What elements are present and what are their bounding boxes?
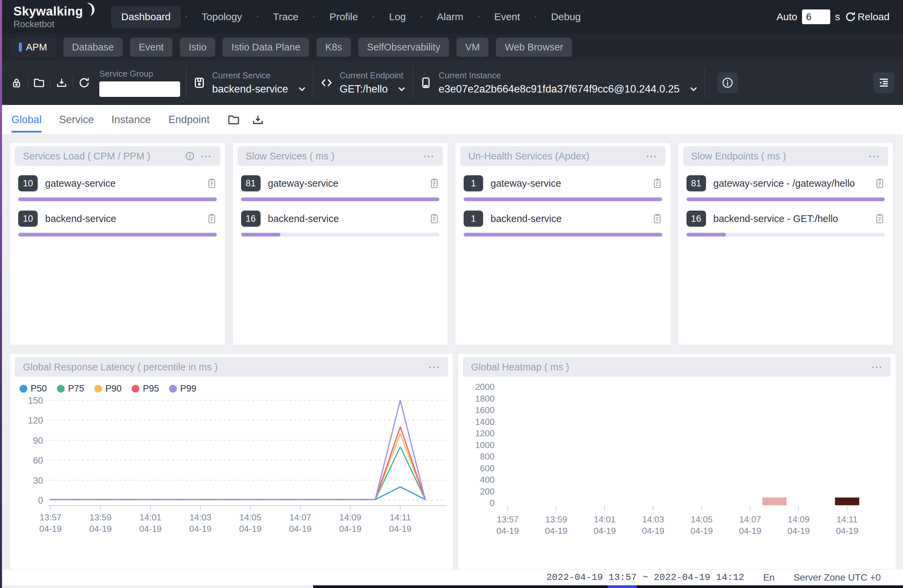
language-switch[interactable]: En: [763, 572, 775, 583]
svg-text:04-19: 04-19: [739, 526, 761, 536]
current-endpoint-value: GET:/hello: [340, 83, 407, 95]
legend-item-p90[interactable]: P90: [94, 384, 121, 394]
toolbar-divider: [705, 67, 705, 99]
legend-item-p50[interactable]: P50: [19, 384, 47, 394]
svg-text:0: 0: [490, 498, 495, 508]
svg-text:1400: 1400: [475, 417, 495, 427]
svg-text:60: 60: [33, 455, 43, 466]
dashboard-group-tabs: APM Database Event Istio Istio Data Plan…: [0, 34, 903, 61]
tab-event[interactable]: Event: [130, 38, 172, 57]
card-header: Slow Services ( ms ) ⋯: [238, 146, 443, 166]
more-options-icon[interactable]: ⋯: [200, 153, 212, 160]
nav-item-dashboard[interactable]: Dashboard: [111, 6, 181, 28]
current-endpoint-select[interactable]: Current Endpoint GET:/hello: [319, 71, 407, 95]
info-button[interactable]: [717, 72, 738, 93]
copy-clipboard-icon[interactable]: [207, 177, 217, 189]
reload-button[interactable]: Reload: [845, 11, 890, 22]
nav-item-debug[interactable]: Debug: [541, 6, 591, 28]
view-tab-endpoint[interactable]: Endpoint: [168, 105, 209, 134]
time-range-picker[interactable]: 2022-04-19 13:57 ~ 2022-04-19 14:12: [546, 572, 744, 583]
copy-clipboard-icon[interactable]: [429, 177, 439, 189]
lock-button[interactable]: [9, 77, 24, 89]
copy-clipboard-icon[interactable]: [207, 213, 217, 224]
info-icon: [722, 77, 734, 89]
svg-text:04-19: 04-19: [89, 524, 112, 534]
chart-cards-row: Global Response Latency ( percentile in …: [10, 354, 895, 569]
chevron-down-icon[interactable]: [297, 84, 307, 94]
server-zone-label[interactable]: Server Zone UTC +0: [794, 572, 881, 583]
current-service-select[interactable]: Current Service backend-service: [193, 71, 307, 95]
svg-text:0: 0: [38, 495, 43, 506]
card-title: Slow Endpoints ( ms ): [691, 151, 786, 162]
more-options-icon[interactable]: ⋯: [646, 153, 658, 160]
copy-clipboard-icon[interactable]: [875, 177, 885, 189]
svg-text:04-19: 04-19: [39, 524, 62, 534]
logo-text: Skywalking: [13, 5, 83, 19]
tab-database[interactable]: Database: [63, 38, 123, 57]
tab-selfobservability[interactable]: SelfObservability: [358, 38, 449, 57]
nav-separator-dot: [535, 16, 536, 17]
svg-text:600: 600: [480, 463, 495, 473]
chevron-down-icon[interactable]: [396, 84, 407, 94]
tab-web-browser[interactable]: Web Browser: [496, 38, 572, 57]
metric-value-badge: 16: [686, 210, 706, 227]
svg-text:14:07: 14:07: [289, 512, 311, 522]
metric-value-badge: 10: [18, 175, 38, 191]
nav-item-log[interactable]: Log: [379, 6, 416, 28]
copy-clipboard-icon[interactable]: [652, 177, 662, 189]
metric-bar: [686, 233, 885, 237]
svg-text:14:01: 14:01: [593, 514, 615, 524]
info-icon[interactable]: [185, 151, 195, 161]
seconds-label: s: [835, 11, 840, 22]
current-instance-value: e3e07e2a2b664e8c91fda37f674f9cc6@10.244.…: [439, 83, 698, 95]
view-tab-service[interactable]: Service: [59, 105, 94, 134]
more-options-icon[interactable]: ⋯: [871, 364, 883, 370]
chevron-down-icon[interactable]: [689, 84, 698, 94]
more-options-icon[interactable]: ⋯: [868, 153, 880, 160]
metric-value-badge: 1: [464, 175, 483, 191]
metric-name: backend-service - GET:/hello: [713, 213, 838, 224]
more-options-icon[interactable]: ⋯: [428, 364, 440, 370]
tab-istio-data-plane[interactable]: Istio Data Plane: [223, 38, 309, 57]
tab-vm[interactable]: VM: [456, 38, 489, 57]
metric-row: 16 backend-service - GET:/hello: [686, 210, 885, 227]
metric-name: backend-service: [45, 213, 116, 224]
metric-row: 81 gateway-service - /gateway/hello: [686, 175, 885, 191]
tab-istio[interactable]: Istio: [180, 38, 215, 57]
nav-item-alarm[interactable]: Alarm: [427, 6, 474, 28]
export-button[interactable]: [252, 113, 264, 126]
svg-text:14:05: 14:05: [691, 514, 713, 524]
auto-interval-input[interactable]: [802, 9, 830, 24]
view-tab-global[interactable]: Global: [11, 105, 42, 134]
template-panel-button[interactable]: [873, 72, 894, 93]
refresh-button[interactable]: [76, 77, 92, 89]
card-title: Un-Health Services (Apdex): [468, 151, 589, 162]
current-instance-select[interactable]: Current Instance e3e07e2a2b664e8c91fda37…: [419, 71, 698, 95]
service-group-input[interactable]: [99, 82, 180, 97]
folder-button[interactable]: [227, 113, 240, 126]
copy-clipboard-icon[interactable]: [652, 213, 662, 224]
copy-clipboard-icon[interactable]: [875, 213, 885, 224]
nav-item-topology[interactable]: Topology: [192, 6, 252, 28]
folder-button[interactable]: [31, 77, 47, 89]
layer-view-tabs: Global Service Instance Endpoint: [0, 105, 903, 135]
view-tab-instance[interactable]: Instance: [112, 105, 151, 134]
svg-text:14:03: 14:03: [642, 514, 664, 524]
current-service-label: Current Service: [212, 71, 307, 80]
copy-clipboard-icon[interactable]: [429, 213, 439, 224]
svg-text:04-19: 04-19: [289, 524, 312, 534]
svg-text:13:57: 13:57: [39, 512, 61, 522]
nav-item-event[interactable]: Event: [484, 6, 530, 28]
more-options-icon[interactable]: ⋯: [423, 153, 435, 160]
nav-item-profile[interactable]: Profile: [319, 6, 368, 28]
card-title: Slow Services ( ms ): [246, 151, 335, 162]
svg-text:04-19: 04-19: [545, 526, 568, 536]
tab-apm[interactable]: APM: [10, 38, 56, 57]
nav-item-trace[interactable]: Trace: [263, 6, 309, 28]
legend-item-p75[interactable]: P75: [57, 384, 84, 394]
legend-item-p99[interactable]: P99: [169, 384, 196, 394]
import-button[interactable]: [54, 77, 69, 89]
tab-k8s[interactable]: K8s: [316, 38, 351, 57]
legend-item-p95[interactable]: P95: [132, 384, 159, 394]
datepicker-popup-edge: [313, 585, 903, 588]
